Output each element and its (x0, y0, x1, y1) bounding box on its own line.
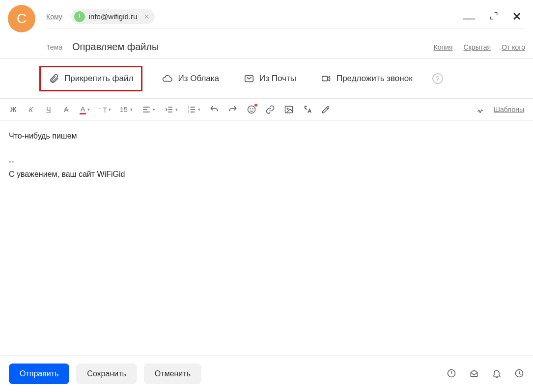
cc-link[interactable]: Копия (433, 43, 452, 51)
text-size-button[interactable]: тТ▾ (99, 106, 111, 114)
strikethrough-button[interactable]: А (62, 106, 71, 113)
minimize-icon[interactable]: __ (463, 7, 475, 20)
remove-recipient-icon[interactable]: ✕ (144, 13, 150, 21)
subject-label: Тема (46, 43, 62, 51)
from-mail-button[interactable]: Из Почты (239, 70, 301, 87)
svg-point-6 (250, 109, 251, 109)
font-size-value[interactable]: 15 ▾ (120, 106, 133, 113)
signature-text: С уважением, ваш сайт WiFiGid (9, 168, 524, 181)
reminder-icon[interactable] (492, 368, 502, 380)
paperclip-icon (49, 73, 59, 84)
svg-point-7 (252, 109, 253, 109)
save-button[interactable]: Сохранить (76, 364, 137, 384)
attach-file-button[interactable]: Прикрепить файл (39, 66, 142, 91)
undo-button[interactable] (209, 105, 219, 114)
svg-point-5 (248, 106, 255, 113)
templates-link[interactable]: Шаблоны (494, 106, 524, 113)
to-label[interactable]: Кому (46, 13, 62, 21)
read-receipt-icon[interactable] (469, 368, 479, 380)
send-button[interactable]: Отправить (9, 364, 69, 384)
signature-icon[interactable] (476, 105, 485, 114)
suggest-call-label: Предложить звонок (337, 74, 413, 84)
link-button[interactable] (265, 105, 275, 114)
recipient-chip[interactable]: I info@wifigid.ru ✕ (71, 9, 155, 24)
priority-icon[interactable] (447, 368, 456, 380)
recipient-badge-icon: I (74, 11, 85, 22)
recipient-email: info@wifigid.ru (89, 12, 138, 21)
svg-rect-8 (285, 106, 293, 112)
bcc-link[interactable]: Скрытая (463, 43, 491, 51)
bold-button[interactable]: Ж (9, 106, 18, 113)
video-call-icon (321, 73, 332, 84)
image-button[interactable] (284, 105, 294, 114)
cancel-button[interactable]: Отменить (144, 364, 201, 384)
close-icon[interactable]: ✕ (512, 10, 521, 23)
list-button[interactable]: 123▾ (187, 105, 200, 114)
indent-button[interactable]: ▾ (164, 105, 178, 114)
suggest-call-button[interactable]: Предложить звонок (316, 70, 418, 87)
from-mail-label: Из Почты (259, 74, 296, 84)
help-icon[interactable]: ? (432, 73, 443, 84)
emoji-button[interactable] (247, 105, 256, 114)
clear-format-button[interactable] (321, 105, 331, 114)
cloud-icon (162, 73, 173, 84)
underline-button[interactable]: Ч (44, 106, 53, 113)
svg-rect-1 (322, 76, 328, 81)
align-button[interactable]: ▾ (141, 105, 155, 114)
schedule-icon[interactable] (514, 368, 524, 380)
message-body[interactable]: Что-нибудь пишем -- С уважением, ваш сай… (0, 121, 533, 327)
from-link[interactable]: От кого (502, 43, 525, 51)
redo-button[interactable] (228, 105, 238, 114)
attach-file-label: Прикрепить файл (64, 74, 133, 84)
svg-text:3: 3 (188, 111, 190, 113)
text-color-button[interactable]: А▾ (80, 105, 90, 114)
body-line-1: Что-нибудь пишем (9, 130, 524, 142)
svg-point-9 (287, 108, 288, 110)
sender-avatar: С (8, 5, 35, 32)
italic-button[interactable]: К (27, 106, 35, 113)
from-cloud-button[interactable]: Из Облака (157, 70, 224, 87)
translate-button[interactable] (303, 105, 312, 114)
mail-attach-icon (244, 73, 254, 84)
subject-input[interactable]: Оправляем файлы (72, 41, 434, 53)
expand-icon[interactable] (489, 11, 499, 22)
signature-separator: -- (9, 155, 524, 168)
from-cloud-label: Из Облака (178, 74, 219, 84)
